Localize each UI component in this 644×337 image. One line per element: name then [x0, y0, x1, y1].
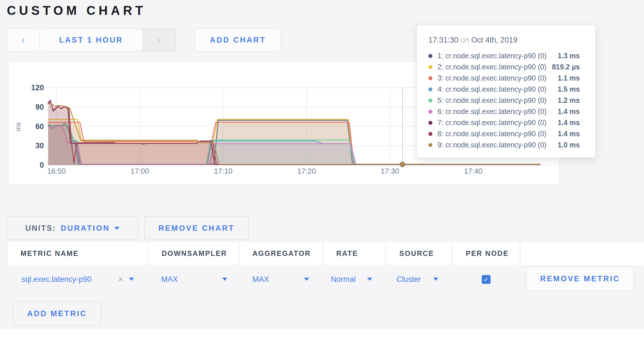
series-value: 1.3 ms — [558, 52, 584, 60]
svg-text:90: 90 — [35, 103, 44, 111]
tooltip-series-row: 4: cr.node.sql.exec.latency-p90 (0)1.5 m… — [428, 84, 584, 95]
aggregator-caret-down-icon[interactable] — [304, 278, 309, 281]
series-color-dot-icon — [428, 65, 432, 69]
tooltip-time: 17:31:30 — [428, 36, 458, 44]
per-node-checkbox[interactable]: ✓ — [482, 275, 491, 284]
metric-row: sql.exec.latency-p90 × MAX MAX Normal Cl… — [0, 265, 644, 294]
series-value: 1.2 ms — [558, 96, 584, 105]
custom-chart-page: CUSTOM CHART ‹ LAST 1 HOUR › ADD CHART 1… — [0, 0, 644, 337]
tooltip-series-list: 1: cr.node.sql.exec.latency-p90 (0)1.3 m… — [428, 50, 584, 151]
page-title: CUSTOM CHART — [7, 3, 146, 18]
header-downsampler: DOWNSAMPLER — [149, 242, 238, 265]
tooltip-series-row: 6: cr.node.sql.exec.latency-p90 (0)1.4 m… — [428, 106, 584, 117]
rate-caret-down-icon[interactable] — [367, 278, 372, 281]
svg-text:17:00: 17:00 — [131, 167, 149, 175]
series-color-dot-icon — [428, 99, 432, 103]
tooltip-series-row: 9: cr.node.sql.exec.latency-p90 (0)1.0 m… — [428, 139, 584, 151]
svg-text:17:30: 17:30 — [381, 167, 399, 175]
series-value: 1.0 ms — [558, 141, 584, 149]
series-label: 5: cr.node.sql.exec.latency-p90 (0) — [438, 96, 558, 105]
series-value: 819.2 µs — [552, 63, 584, 71]
source-select[interactable]: Cluster — [396, 265, 421, 294]
add-chart-button[interactable]: ADD CHART — [195, 29, 281, 51]
tooltip-series-row: 5: cr.node.sql.exec.latency-p90 (0)1.2 m… — [428, 95, 584, 106]
series-label: 6: cr.node.sql.exec.latency-p90 (0) — [438, 107, 558, 116]
units-dropdown[interactable]: UNITS: DURATION — [7, 216, 138, 240]
series-color-dot-icon — [428, 143, 432, 147]
source-caret-down-icon[interactable] — [433, 278, 438, 281]
aggregator-select[interactable]: MAX — [252, 265, 269, 294]
tooltip-series-row: 8: cr.node.sql.exec.latency-p90 (0)1.4 m… — [428, 128, 584, 139]
svg-text:ms: ms — [15, 123, 22, 131]
header-aggregator: AGGREGATOR — [240, 242, 322, 265]
series-color-dot-icon — [428, 121, 432, 125]
series-label: 3: cr.node.sql.exec.latency-p90 (0) — [438, 74, 558, 82]
chevron-right-icon: › — [157, 34, 161, 46]
series-value: 1.5 ms — [558, 85, 584, 93]
hover-point — [400, 162, 405, 167]
header-actions — [521, 242, 644, 265]
check-icon: ✓ — [483, 276, 489, 283]
svg-text:120: 120 — [31, 83, 44, 92]
header-metric-name: METRIC NAME — [8, 242, 147, 265]
series-value: 1.4 ms — [558, 119, 584, 127]
series-label: 2: cr.node.sql.exec.latency-p90 (0) — [438, 63, 552, 71]
time-range-selector: ‹ LAST 1 HOUR › — [7, 29, 176, 51]
downsampler-caret-down-icon[interactable] — [222, 278, 227, 281]
svg-text:16:50: 16:50 — [47, 167, 66, 175]
series-label: 9: cr.node.sql.exec.latency-p90 (0) — [438, 141, 558, 149]
tooltip-series-row: 1: cr.node.sql.exec.latency-p90 (0)1.3 m… — [428, 50, 584, 61]
series-color-dot-icon — [428, 76, 432, 80]
tooltip-timestamp: 17:31:30 on Oct 4th, 2019 — [428, 36, 584, 45]
header-source: SOURCE — [387, 242, 451, 265]
tooltip-series-row: 3: cr.node.sql.exec.latency-p90 (0)1.1 m… — [428, 73, 584, 84]
metric-caret-down-icon[interactable] — [129, 278, 134, 281]
svg-text:60: 60 — [35, 122, 44, 131]
add-metric-button[interactable]: ADD METRIC — [13, 302, 101, 326]
time-next-button-disabled[interactable]: › — [142, 29, 175, 51]
series-label: 1: cr.node.sql.exec.latency-p90 (0) — [438, 52, 558, 60]
units-label: UNITS: — [25, 224, 56, 233]
header-rate: RATE — [324, 242, 385, 265]
svg-text:30: 30 — [35, 141, 44, 150]
series-value: 1.1 ms — [558, 74, 584, 82]
series-label: 8: cr.node.sql.exec.latency-p90 (0) — [438, 130, 558, 138]
clear-metric-icon[interactable]: × — [118, 265, 123, 294]
tooltip-on-word: on — [461, 36, 469, 44]
time-range-dropdown[interactable]: LAST 1 HOUR — [40, 29, 142, 51]
series-value: 1.4 ms — [558, 130, 584, 138]
remove-chart-button[interactable]: REMOVE CHART — [144, 216, 249, 240]
svg-text:17:40: 17:40 — [464, 167, 483, 175]
downsampler-select[interactable]: MAX — [161, 265, 178, 294]
units-value: DURATION — [61, 224, 110, 233]
series-value: 1.4 ms — [558, 107, 584, 116]
tooltip-series-row: 2: cr.node.sql.exec.latency-p90 (0)819.2… — [428, 61, 584, 73]
rate-select[interactable]: Normal — [331, 265, 356, 294]
tooltip-date: Oct 4th, 2019 — [471, 36, 517, 44]
caret-down-icon — [114, 227, 120, 230]
series-color-dot-icon — [428, 87, 432, 91]
chart-hover-tooltip: 17:31:30 on Oct 4th, 2019 1: cr.node.sql… — [417, 25, 596, 158]
metric-name-input[interactable]: sql.exec.latency-p90 — [21, 265, 92, 294]
series-label: 7: cr.node.sql.exec.latency-p90 (0) — [438, 119, 558, 127]
tooltip-series-row: 7: cr.node.sql.exec.latency-p90 (0)1.4 m… — [428, 117, 584, 128]
page-bottom-strip — [0, 330, 644, 337]
svg-text:0: 0 — [40, 161, 44, 169]
series-color-dot-icon — [428, 132, 432, 136]
svg-text:17:10: 17:10 — [214, 167, 232, 175]
series-color-dot-icon — [428, 110, 432, 114]
time-prev-button[interactable]: ‹ — [7, 29, 40, 51]
remove-metric-button[interactable]: REMOVE METRIC — [526, 267, 634, 291]
svg-text:17:20: 17:20 — [297, 167, 316, 175]
series-color-dot-icon — [428, 54, 432, 58]
metrics-table-header: METRIC NAME DOWNSAMPLER AGGREGATOR RATE … — [0, 242, 644, 265]
series-label: 4: cr.node.sql.exec.latency-p90 (0) — [438, 85, 558, 93]
chevron-left-icon: ‹ — [22, 34, 25, 46]
header-per-node: PER NODE — [453, 242, 519, 265]
